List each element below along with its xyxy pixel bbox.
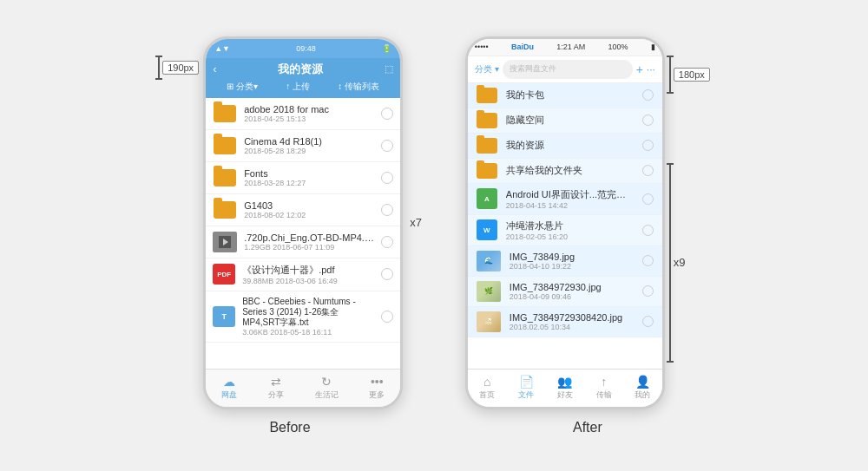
after-nav-transfer[interactable]: ↑ 传输	[596, 375, 612, 401]
file-radio[interactable]	[381, 108, 393, 120]
after-nav-mine[interactable]: 👤 我的	[635, 375, 650, 401]
word-icon: W	[477, 219, 497, 240]
before-label: Before	[269, 420, 310, 435]
count-x9-label: x9	[674, 256, 686, 269]
img-thumb: 🌊	[477, 251, 501, 271]
folder-yellow-icon	[477, 163, 497, 179]
after-file-item[interactable]: W 冲绳潜水悬片 2018-02-05 16:20	[468, 215, 662, 246]
after-file-item[interactable]: 我的卡包	[468, 83, 662, 108]
after-section: ••••• BaiDu 1:21 AM 100% ▮ 分类 ▾ 搜索网盘文件	[465, 36, 710, 435]
before-file-list: adobe 2018 for mac 2018-04-25 15:13 Cine…	[206, 98, 400, 369]
file-radio[interactable]	[381, 311, 393, 323]
after-status-bar: ••••• BaiDu 1:21 AM 100% ▮	[468, 39, 662, 56]
before-nav-classify[interactable]: ⊞ 分类▾	[227, 81, 258, 93]
file-radio[interactable]	[381, 236, 393, 248]
file-radio[interactable]	[381, 140, 393, 152]
img-thumb: 🏖	[477, 311, 501, 332]
after-file-radio[interactable]	[642, 316, 654, 327]
folder-yellow-icon	[477, 88, 497, 103]
after-file-item[interactable]: 隐藏空间	[468, 108, 662, 134]
before-nav-upload[interactable]: ↑ 上传	[286, 81, 310, 93]
file-radio[interactable]	[381, 172, 393, 184]
after-file-item[interactable]: 共享给我的文件夹	[468, 159, 662, 184]
count-x7-label: x7	[410, 216, 422, 229]
file-radio[interactable]	[381, 268, 393, 280]
folder-yellow-icon	[477, 138, 497, 154]
after-file-item[interactable]: A Android UI界面设计...范完整版25学堂 2018-04-15 1…	[468, 184, 662, 215]
after-file-item[interactable]: 🌿 IMG_7384972930.jpg 2018-04-09 09:46	[468, 277, 662, 307]
before-file-item[interactable]: PDF 《设计沟通十器》.pdf 39.88MB 2018-03-06 16:4…	[206, 258, 400, 291]
doc-icon: A	[477, 188, 497, 209]
after-file-radio[interactable]	[642, 225, 654, 236]
after-add-button[interactable]: +	[636, 63, 643, 75]
after-nav-friends[interactable]: 👥 好友	[557, 375, 573, 401]
after-file-radio[interactable]	[642, 285, 654, 297]
after-header: 分类 ▾ 搜索网盘文件 + ···	[468, 56, 662, 83]
txt-icon: T	[213, 306, 235, 327]
before-nav-cloud[interactable]: ☁ 网盘	[221, 375, 237, 401]
img-thumb: 🌿	[477, 281, 501, 302]
before-file-item[interactable]: .720p.Chi_Eng.OT-BD-MP4.mp4 1.29GB 2018-…	[206, 226, 400, 258]
before-file-item[interactable]: G1403 2018-08-02 12:02	[206, 194, 400, 226]
after-file-item[interactable]: 🌊 IMG_73849.jpg 2018-04-10 19:22	[468, 246, 662, 277]
before-nav-life[interactable]: ↻ 生活记	[315, 375, 339, 401]
after-file-radio[interactable]	[642, 140, 654, 151]
after-nav-files[interactable]: 📄 文件	[518, 375, 534, 401]
pdf-icon: PDF	[213, 264, 235, 285]
after-file-radio[interactable]	[642, 89, 654, 101]
before-header: ‹ 我的资源 ⬚ ⊞ 分类▾ ↑ 上传 ↕ 传输列表	[206, 58, 400, 98]
after-file-radio[interactable]	[642, 255, 654, 266]
folder-yellow-icon	[477, 113, 497, 128]
before-status-bar: ▲▼ 09:48 🔋	[206, 39, 400, 58]
dim-190px-label: 190px	[162, 61, 199, 75]
before-nav-transfer[interactable]: ↕ 传输列表	[338, 81, 379, 93]
after-file-radio[interactable]	[642, 114, 654, 126]
after-file-item[interactable]: 🏖 IMG_73849729308420.jpg 2018.02.05 10:3…	[468, 307, 662, 337]
after-cat-button[interactable]: 分类 ▾	[475, 63, 499, 75]
after-file-item[interactable]: 我的资源	[468, 134, 662, 159]
before-file-item[interactable]: Cinema 4d R18(1) 2018-05-28 18:29	[206, 130, 400, 162]
before-file-item[interactable]: Fonts 2018-03-28 12:27	[206, 162, 400, 194]
before-bottom-nav: ☁ 网盘 ⇄ 分享 ↻ 生活记	[206, 369, 400, 407]
video-thumb	[213, 232, 237, 252]
before-section: 190px ▲▼ 09:48 🔋 ‹	[158, 36, 422, 435]
dim-180px-label: 180px	[674, 68, 710, 82]
after-nav-home[interactable]: ⌂ 首页	[479, 375, 495, 401]
after-search-box[interactable]: 搜索网盘文件	[503, 60, 633, 79]
before-nav-share[interactable]: ⇄ 分享	[268, 375, 284, 401]
after-bottom-nav: ⌂ 首页 📄 文件 👥 好友	[468, 369, 662, 407]
before-phone: ▲▼ 09:48 🔋 ‹ 我的资源 ⬚ ⊞ 分	[203, 36, 403, 409]
before-file-item[interactable]: adobe 2018 for mac 2018-04-25 15:13	[206, 98, 400, 130]
after-label: After	[573, 420, 602, 435]
after-more-button[interactable]: ···	[647, 63, 655, 75]
after-file-radio[interactable]	[642, 165, 654, 176]
file-radio[interactable]	[381, 204, 393, 216]
before-file-item[interactable]: T BBC - CBeebies - Numtums - Series 3 (2…	[206, 291, 400, 343]
after-file-radio[interactable]	[642, 193, 654, 205]
after-phone: ••••• BaiDu 1:21 AM 100% ▮ 分类 ▾ 搜索网盘文件	[465, 36, 665, 409]
after-file-list: 我的卡包 隐藏空间	[468, 83, 662, 369]
before-nav-more[interactable]: ••• 更多	[369, 375, 385, 401]
